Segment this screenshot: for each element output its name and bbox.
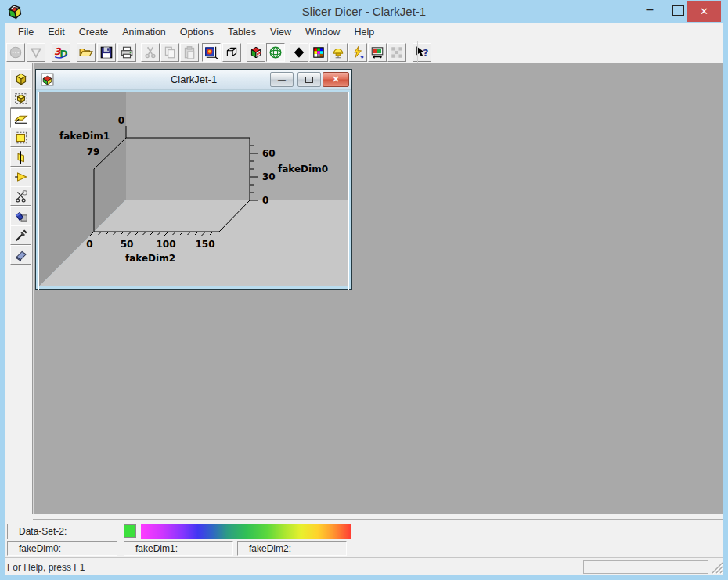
- help-pointer-button[interactable]: ?: [413, 43, 431, 62]
- menu-edit[interactable]: Edit: [41, 23, 72, 41]
- dim2-tick-0: 0: [86, 239, 92, 250]
- paste-clipboard-icon: [182, 45, 196, 59]
- axis-slice-tool[interactable]: [10, 147, 31, 167]
- plot-3d-axes: 0 fakeDim1 79 0 50 100 150 fakeDim2 0 30…: [39, 92, 348, 286]
- statusbar-divider: [5, 557, 723, 558]
- plot-area[interactable]: 0 fakeDim1 79 0 50 100 150 fakeDim2 0 30…: [38, 92, 349, 290]
- menu-window[interactable]: Window: [298, 23, 347, 41]
- lightning-icon: [351, 45, 365, 59]
- printer-icon: [120, 45, 134, 59]
- orthogonal-slice-icon: [14, 131, 28, 145]
- dim2-tick-100: 100: [156, 239, 175, 250]
- new-3d-window-button[interactable]: 3 D: [52, 43, 70, 62]
- cone-probe-tool[interactable]: [10, 167, 31, 186]
- status-extra-field: [583, 560, 708, 574]
- menu-options[interactable]: Options: [173, 23, 221, 41]
- menubar: File Edit Create Animation Options Table…: [5, 23, 723, 41]
- menu-view[interactable]: View: [263, 23, 298, 41]
- dim2-field[interactable]: fakeDim2:: [237, 541, 347, 556]
- dye-tool[interactable]: [10, 206, 31, 225]
- dim2-field-label: fakeDim2:: [249, 543, 291, 554]
- oblique-slice-tool[interactable]: [10, 108, 31, 128]
- minimize-button[interactable]: –: [639, 0, 661, 22]
- sphere-dots-icon: [9, 45, 23, 59]
- dice-view-button[interactable]: [247, 43, 265, 62]
- svg-text:?: ?: [423, 48, 428, 59]
- dim0-field[interactable]: fakeDim0:: [7, 541, 117, 556]
- dim0-tick-30: 30: [262, 171, 276, 182]
- paste-button: [180, 43, 199, 62]
- wire-sphere-button[interactable]: [266, 43, 285, 62]
- cut-tool[interactable]: [10, 186, 31, 206]
- menu-tables[interactable]: Tables: [221, 23, 263, 41]
- axis-slice-icon: [14, 150, 28, 164]
- axes-box-button[interactable]: [222, 43, 241, 62]
- color-gradient-bar[interactable]: [141, 524, 351, 539]
- slice-view-button[interactable]: [202, 43, 221, 62]
- dim2-tick-150: 150: [195, 239, 214, 250]
- lamp-icon: [331, 45, 345, 59]
- solid-block-icon: [14, 72, 28, 86]
- sample-tool[interactable]: [10, 225, 31, 245]
- checker-pattern-icon: [390, 45, 404, 59]
- close-button[interactable]: ✕: [687, 1, 721, 22]
- orthogonal-slice-tool[interactable]: [10, 128, 31, 147]
- wall-back: [126, 92, 348, 200]
- nabla-icon: [29, 45, 43, 59]
- open-folder-icon: [79, 45, 93, 59]
- color-scale-display-button[interactable]: [368, 43, 387, 62]
- child-window[interactable]: ClarkJet-1 — ✕: [35, 69, 352, 290]
- menu-create[interactable]: Create: [72, 23, 116, 41]
- dim1-field[interactable]: fakeDim1:: [124, 541, 233, 556]
- diamond-icon: [292, 45, 306, 59]
- color-scale-screen-icon: [370, 45, 384, 59]
- solid-block-tool[interactable]: [10, 69, 31, 88]
- bottom-panel-area: Data-Set-2: fakeDim0: fakeDim1: fakeDim2…: [5, 514, 723, 575]
- panel-divider: [33, 519, 723, 520]
- menu-file[interactable]: File: [11, 23, 41, 41]
- window-border-bottom: [0, 575, 728, 580]
- dim0-tick-0: 0: [262, 195, 268, 206]
- save-button[interactable]: [97, 43, 116, 62]
- color-swatch[interactable]: [124, 524, 136, 538]
- menu-animation[interactable]: Animation: [115, 23, 173, 41]
- titlebar: Slicer Dicer - ClarkJet-1 – ✕: [0, 0, 728, 23]
- status-message: For Help, press F1: [7, 560, 85, 575]
- resize-grip-icon[interactable]: [710, 560, 724, 574]
- dim1-field-label: fakeDim1:: [135, 543, 178, 554]
- dim1-tick-79: 79: [87, 146, 100, 157]
- copy-button: [160, 43, 179, 62]
- probe-lightning-button[interactable]: [348, 43, 367, 62]
- dataset-label: Data-Set-2:: [19, 526, 67, 537]
- eyedropper-icon: [14, 229, 28, 243]
- cut-button: [141, 43, 160, 62]
- menu-help[interactable]: Help: [347, 23, 381, 41]
- dataset-field[interactable]: Data-Set-2:: [7, 524, 117, 539]
- diamond-marker-button[interactable]: [290, 43, 308, 62]
- sphere-dots-button: [6, 43, 25, 62]
- erase-tool[interactable]: [10, 245, 31, 265]
- maximize-button[interactable]: [672, 5, 684, 16]
- open-button[interactable]: [77, 43, 96, 62]
- child-minimize-button[interactable]: —: [270, 72, 294, 87]
- pattern-button: [387, 43, 406, 62]
- print-button[interactable]: [117, 43, 136, 62]
- lighting-button[interactable]: [329, 43, 348, 62]
- dim1-axis-label: fakeDim1: [59, 131, 110, 142]
- dim0-axis-label: fakeDim0: [278, 164, 328, 175]
- slice-view-icon: [204, 45, 218, 59]
- copy-icon: [163, 45, 177, 59]
- window-border-right: [723, 23, 728, 575]
- save-floppy-icon: [99, 45, 114, 59]
- window-border-left: [0, 23, 5, 575]
- child-maximize-button[interactable]: [297, 72, 321, 87]
- hollow-block-tool[interactable]: [10, 88, 31, 108]
- window-title: Slicer Dicer - ClarkJet-1: [0, 0, 728, 23]
- eraser-icon: [14, 248, 28, 262]
- child-titlebar[interactable]: ClarkJet-1 — ✕: [36, 70, 351, 90]
- child-close-button[interactable]: ✕: [323, 72, 349, 87]
- color-grid-icon: [312, 45, 326, 59]
- dim2-axis-label: fakeDim2: [125, 253, 175, 264]
- color-palette-button[interactable]: [309, 43, 328, 62]
- dim2-tick-50: 50: [121, 239, 134, 250]
